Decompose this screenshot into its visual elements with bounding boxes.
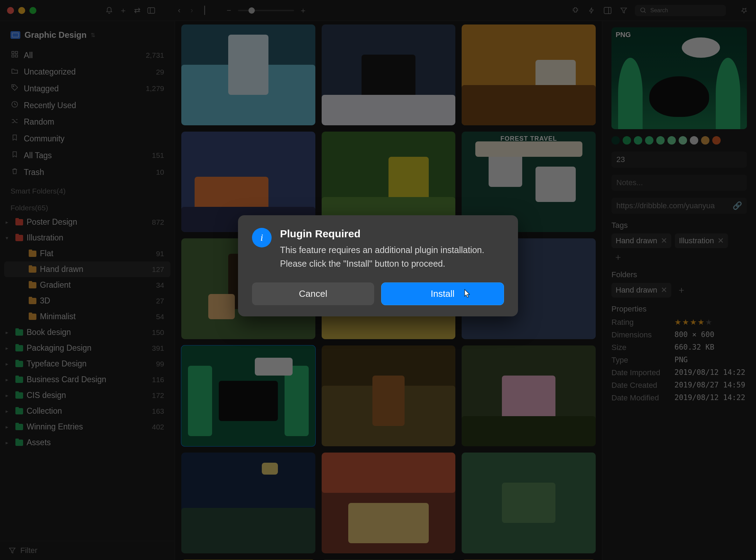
dialog-message: This feature requires an additional plug… — [280, 243, 504, 271]
info-icon: i — [252, 228, 272, 247]
cancel-button[interactable]: Cancel — [252, 282, 374, 305]
install-button[interactable]: Install — [381, 282, 504, 305]
plugin-required-dialog: i Plugin Required This feature requires … — [238, 215, 518, 316]
dialog-title: Plugin Required — [280, 228, 504, 240]
cursor-icon — [462, 289, 471, 301]
